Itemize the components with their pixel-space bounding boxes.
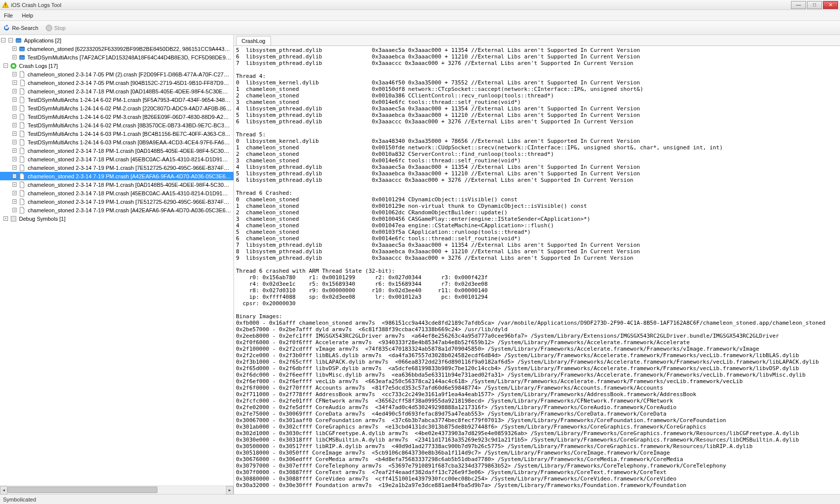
tree-root-crashlogs[interactable]: −Crash Logs [17] bbox=[0, 61, 234, 70]
expand-icon[interactable]: + bbox=[4, 216, 8, 221]
tree-crash-item[interactable]: +TestDSymMultiArchs 1-24-14 6-02 PM-2.cr… bbox=[0, 104, 234, 112]
expand-icon[interactable]: + bbox=[12, 131, 16, 136]
tab-crashlog[interactable]: CrashLog bbox=[236, 36, 271, 45]
scroll-thumb[interactable] bbox=[8, 487, 158, 493]
statusbar: Symbolicated bbox=[0, 494, 840, 504]
tree-item-label: Applications [2] bbox=[24, 37, 62, 43]
maximize-button[interactable]: □ bbox=[807, 1, 822, 9]
crashlog-text-view[interactable]: 5 libsystem_pthread.dylib 0x3aaaec5a 0x3… bbox=[234, 46, 840, 494]
tree-item-icon bbox=[18, 87, 26, 95]
tree-crash-item[interactable]: +chameleon_stoned 2-3-14 7-18 PM.crash [… bbox=[0, 189, 234, 197]
tree-item-icon bbox=[18, 79, 26, 87]
tree-item-icon bbox=[10, 62, 18, 70]
tree-crash-item[interactable]: +TestDSymMultiArchs 1-24-14 6-02 PM.cras… bbox=[0, 121, 234, 129]
tree-app-item[interactable]: +chameleon_stoned [622332052F633992BF99B… bbox=[0, 44, 234, 53]
tree-crash-item[interactable]: +chameleon_stoned 2-3-14 7-18 PM-1.crash… bbox=[0, 146, 234, 155]
expand-icon[interactable]: + bbox=[12, 55, 16, 59]
tree-crash-item[interactable]: +TestDSymMultiArchs 1-24-14 6-03 PM-1.cr… bbox=[0, 129, 234, 138]
menu-help[interactable]: Help bbox=[20, 11, 36, 19]
tree-root-debugsymbols[interactable]: +Debug Symbols [1] bbox=[0, 214, 234, 223]
expand-icon[interactable]: + bbox=[12, 46, 16, 51]
left-panel: −−Applications [2]+chameleon_stoned [622… bbox=[0, 35, 234, 494]
svg-rect-1 bbox=[5, 3, 6, 5]
expand-icon[interactable]: + bbox=[12, 199, 16, 204]
expand-icon[interactable]: + bbox=[12, 80, 17, 85]
svg-rect-9 bbox=[20, 55, 24, 56]
tree-crash-item[interactable]: +chameleon_stoned 2-3-14 7-05 PM (2).cra… bbox=[0, 70, 234, 78]
tree-crash-item[interactable]: +TestDSymMultiArchs 1-24-14 6-03 PM.cras… bbox=[0, 138, 234, 146]
expand-icon[interactable]: + bbox=[12, 157, 16, 161]
expand-icon[interactable]: + bbox=[12, 123, 16, 127]
expand-icon[interactable]: + bbox=[12, 114, 16, 119]
expand-icon[interactable]: + bbox=[12, 165, 16, 170]
tree-item-label: TestDSymMultiArchs 1-24-14 6-02 PM.crash… bbox=[28, 122, 232, 128]
tree-crash-item[interactable]: +chameleon_stoned 2-3-14 7-19 PM.crash [… bbox=[0, 172, 234, 180]
tree-item-icon bbox=[18, 181, 26, 189]
tree-item-icon bbox=[18, 130, 26, 138]
svg-rect-12 bbox=[11, 216, 16, 221]
tree-item-icon bbox=[18, 147, 26, 155]
research-button[interactable]: Re-Search bbox=[3, 24, 38, 31]
tree-item-icon bbox=[18, 104, 26, 112]
toolbar: Re-Search Stop bbox=[0, 21, 840, 35]
tree-crash-item[interactable]: +chameleon_stoned 2-3-14 7-18 PM-1.crash… bbox=[0, 180, 234, 189]
tree-item-icon bbox=[18, 164, 26, 172]
svg-rect-2 bbox=[5, 6, 6, 6]
expand-icon[interactable]: − bbox=[4, 63, 8, 68]
expand-icon[interactable]: + bbox=[12, 97, 16, 102]
right-panel: CrashLog 5 libsystem_pthread.dylib 0x3aa… bbox=[234, 35, 840, 494]
expand-icon[interactable]: + bbox=[12, 182, 16, 187]
expand-icon[interactable]: − bbox=[1, 38, 6, 42]
svg-rect-5 bbox=[16, 38, 21, 39]
tree-item-label: TestDSymMultiArchs [7AF2ACF1AD153248A18F… bbox=[28, 54, 232, 60]
expand-icon[interactable]: + bbox=[12, 106, 16, 110]
tree-crash-item[interactable]: +chameleon_stoned 2-3-14 7-19 PM-1.crash… bbox=[0, 163, 234, 172]
expand-icon[interactable]: − bbox=[8, 38, 13, 42]
tree-crash-item[interactable]: +chameleon_stoned 2-3-14 7-18 PM.crash [… bbox=[0, 155, 234, 163]
tree-app-item[interactable]: +TestDSymMultiArchs [7AF2ACF1AD153248A18… bbox=[0, 53, 234, 61]
tree-item-label: chameleon_stoned [622332052F633992BF99B2… bbox=[28, 46, 232, 52]
tree-item-label: TestDSymMultiArchs 1-24-14 6-02 PM-1.cra… bbox=[28, 97, 232, 103]
menu-file[interactable]: File bbox=[2, 11, 15, 19]
svg-rect-7 bbox=[20, 47, 24, 48]
tree-item-icon bbox=[18, 189, 26, 197]
scroll-right-arrow[interactable]: ► bbox=[226, 486, 234, 495]
research-label: Re-Search bbox=[12, 25, 38, 31]
close-button[interactable]: ✕ bbox=[823, 1, 838, 9]
minimize-button[interactable]: — bbox=[791, 1, 806, 9]
expand-icon[interactable]: + bbox=[12, 191, 16, 195]
tree-item-label: chameleon_stoned 2-3-14 7-18 PM.crash [4… bbox=[28, 156, 232, 162]
expand-icon[interactable]: + bbox=[12, 72, 16, 76]
tree-root-applications[interactable]: −−Applications [2] bbox=[0, 36, 234, 44]
stop-icon bbox=[46, 24, 52, 31]
expand-icon[interactable]: + bbox=[12, 208, 16, 212]
expand-icon[interactable]: + bbox=[12, 148, 16, 153]
tree-view[interactable]: −−Applications [2]+chameleon_stoned [622… bbox=[0, 35, 234, 486]
refresh-icon bbox=[3, 24, 10, 31]
tree-item-icon bbox=[18, 206, 26, 214]
tree-item-label: chameleon_stoned 2-3-14 7-19 PM.crash [A… bbox=[28, 207, 232, 213]
titlebar[interactable]: iOS Crash Logs Tool — □ ✕ bbox=[0, 0, 840, 10]
tree-item-icon bbox=[18, 45, 26, 53]
tree-crash-item[interactable]: +chameleon_stoned 2-3-14 7-18 PM.crash [… bbox=[0, 87, 234, 95]
expand-icon[interactable]: + bbox=[12, 174, 16, 178]
horizontal-scrollbar[interactable]: ◄ ► bbox=[0, 486, 234, 494]
tree-item-label: chameleon_stoned 2-3-14 7-05 PM (2).cras… bbox=[28, 71, 232, 77]
tab-bar: CrashLog bbox=[234, 35, 840, 46]
expand-icon[interactable]: + bbox=[12, 89, 16, 93]
tree-item-icon bbox=[18, 172, 26, 180]
tree-crash-item[interactable]: +TestDSymMultiArchs 1-24-14 6-02 PM-1.cr… bbox=[0, 95, 234, 104]
status-text: Symbolicated bbox=[3, 497, 36, 503]
tree-crash-item[interactable]: +chameleon_stoned 2-3-14 7-19 PM.crash [… bbox=[0, 206, 234, 214]
tree-item-icon bbox=[18, 53, 26, 61]
tree-item-icon bbox=[18, 198, 26, 206]
tree-item-icon bbox=[18, 96, 26, 104]
tree-crash-item[interactable]: +TestDSymMultiArchs 1-24-14 6-02 PM-3.cr… bbox=[0, 112, 234, 121]
tree-item-label: Debug Symbols [1] bbox=[19, 216, 66, 222]
scroll-left-arrow[interactable]: ◄ bbox=[0, 486, 8, 495]
tree-item-label: TestDSymMultiArchs 1-24-14 6-03 PM-1.cra… bbox=[28, 131, 232, 137]
tree-crash-item[interactable]: +chameleon_stoned 2-3-14 7-05 PM.crash [… bbox=[0, 78, 234, 87]
tree-crash-item[interactable]: +chameleon_stoned 2-3-14 7-19 PM-1.crash… bbox=[0, 197, 234, 206]
expand-icon[interactable]: + bbox=[12, 140, 16, 144]
stop-button[interactable]: Stop bbox=[46, 24, 66, 31]
